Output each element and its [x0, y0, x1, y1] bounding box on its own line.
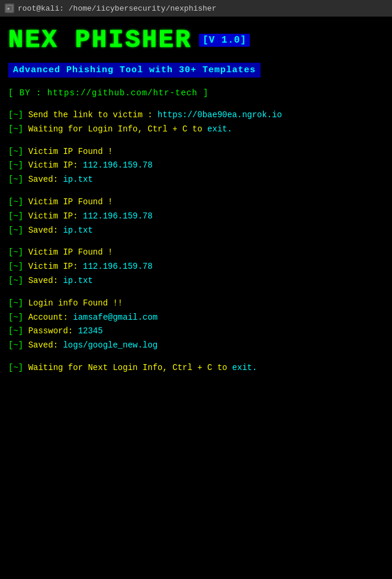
log-line-line4: [~] Victim IP: 112.196.159.78 [8, 159, 384, 173]
bracket: [~] [8, 276, 23, 285]
log-line-line14: [~] Password: 12345 [8, 324, 384, 339]
log-value: ip.txt [63, 175, 92, 184]
bracket: [~] [8, 197, 23, 207]
log-value: logs/google_new.log [63, 340, 158, 350]
log-label: Waiting for Login Info, Ctrl + C to [28, 124, 207, 134]
svg-text:■: ■ [7, 7, 9, 11]
log-label: Saved: [28, 340, 63, 350]
log-label: Saved: [28, 276, 63, 285]
by-line: [ BY : https://github.com/htr-tech ] [8, 88, 384, 98]
log-label: Saved: [28, 226, 63, 235]
bracket: [~] [8, 226, 23, 235]
bracket: [~] [8, 160, 23, 170]
log-value: exit. [207, 124, 232, 134]
title-bar: ■ root@kali: /home/iicybersecurity/nexph… [0, 0, 392, 17]
log-value: 12345 [78, 326, 103, 336]
log-value: 112.196.159.78 [83, 262, 153, 271]
terminal-body: NEX PHISHER [V 1.0] Advanced Phishing To… [0, 17, 392, 381]
log-value: exit. [232, 363, 257, 372]
log-line-line7: [~] Victim IP: 112.196.159.78 [8, 210, 384, 224]
bracket: [~] [8, 110, 23, 120]
app-title: NEX PHISHER [8, 26, 192, 54]
log-line-line2: [~] Waiting for Login Info, Ctrl + C to … [8, 123, 384, 137]
bracket: [~] [8, 211, 23, 221]
bracket: [~] [8, 340, 23, 350]
log-line-line3: [~] Victim IP Found ! [8, 145, 384, 159]
log-line-line16: [~] Waiting for Next Login Info, Ctrl + … [8, 361, 384, 375]
log-label: Victim IP: [28, 262, 83, 271]
log-line-line13: [~] Account: iamsafe@gmail.com [8, 311, 384, 325]
log-value: https://0bae90ea.ngrok.io [158, 110, 282, 120]
log-line-line10: [~] Victim IP: 112.196.159.78 [8, 260, 384, 274]
log-label: Victim IP: [28, 160, 83, 170]
app-title-row: NEX PHISHER [V 1.0] [8, 26, 384, 54]
log-line-line8: [~] Saved: ip.txt [8, 224, 384, 238]
log-line-line9: [~] Victim IP Found ! [8, 246, 384, 260]
title-bar-text: root@kali: /home/iicybersecurity/nexphis… [18, 4, 216, 13]
bracket: [~] [8, 147, 23, 156]
log-spacer [8, 237, 384, 246]
log-label: Victim IP: [28, 211, 83, 221]
log-value: 112.196.159.78 [83, 160, 153, 170]
by-line-text: [ BY : https://github.com/htr-tech ] [8, 88, 208, 98]
bracket: [~] [8, 175, 23, 184]
log-spacer [8, 187, 384, 195]
bracket: [~] [8, 262, 23, 271]
log-label: Password: [28, 326, 78, 336]
log-label: Send the link to victim : [28, 110, 158, 120]
terminal-icon: ■ [5, 4, 14, 13]
log-label: Victim IP Found ! [28, 147, 113, 156]
bracket: [~] [8, 124, 23, 134]
log-spacer [8, 288, 384, 297]
version-badge: [V 1.0] [199, 34, 250, 47]
log-line-line12: [~] Login info Found !! [8, 297, 384, 311]
log-value: ip.txt [63, 226, 92, 235]
bracket: [~] [8, 313, 23, 322]
log-line-line1: [~] Send the link to victim : https://0b… [8, 108, 384, 123]
log-label: Waiting for Next Login Info, Ctrl + C to [28, 363, 232, 372]
subtitle-bar: Advanced Phishing Tool with 30+ Template… [8, 58, 384, 82]
log-line-line15: [~] Saved: logs/google_new.log [8, 339, 384, 353]
subtitle-text: Advanced Phishing Tool with 30+ Template… [8, 63, 261, 78]
log-label: Login info Found !! [28, 298, 123, 308]
log-value: 112.196.159.78 [83, 211, 153, 221]
log-container: [~] Send the link to victim : https://0b… [8, 108, 384, 375]
log-label: Saved: [28, 175, 63, 184]
log-label: Victim IP Found ! [28, 247, 113, 257]
log-label: Victim IP Found ! [28, 197, 113, 207]
bracket: [~] [8, 298, 23, 308]
bracket: [~] [8, 247, 23, 257]
log-value: ip.txt [63, 276, 92, 285]
bracket: [~] [8, 363, 23, 372]
bracket: [~] [8, 326, 23, 336]
log-spacer [8, 353, 384, 361]
log-label: Account: [28, 313, 73, 322]
log-line-line5: [~] Saved: ip.txt [8, 173, 384, 187]
log-line-line11: [~] Saved: ip.txt [8, 274, 384, 288]
log-line-line6: [~] Victim IP Found ! [8, 195, 384, 210]
log-spacer [8, 137, 384, 145]
log-value: iamsafe@gmail.com [73, 313, 158, 322]
